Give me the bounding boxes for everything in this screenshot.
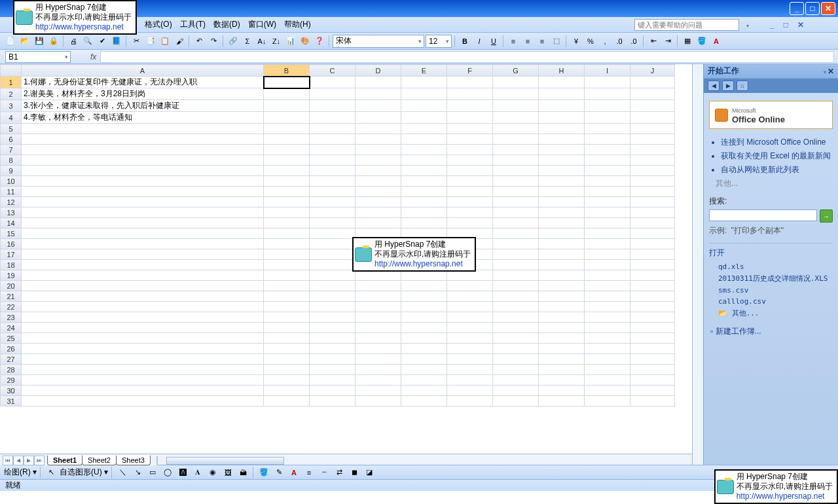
cell-J15[interactable]: [630, 228, 675, 239]
cell-A21[interactable]: [22, 291, 264, 302]
cell-G27[interactable]: [493, 354, 539, 365]
cell-G6[interactable]: [493, 134, 539, 145]
taskpane-link[interactable]: 获取有关使用 Excel 的最新新闻: [721, 149, 833, 163]
cell-I25[interactable]: [585, 333, 630, 344]
cell-J21[interactable]: [630, 291, 675, 302]
cell-A22[interactable]: [22, 302, 264, 312]
cell-C19[interactable]: [310, 270, 355, 281]
clipart-icon[interactable]: 🖼: [221, 466, 234, 479]
open-icon[interactable]: 📂: [18, 35, 31, 48]
copy-icon[interactable]: 📑: [144, 35, 157, 48]
cell-B14[interactable]: [264, 218, 310, 228]
autoshapes-menu[interactable]: 自选图形(U) ▾: [60, 467, 108, 478]
taskpane-other-link[interactable]: 其他...: [716, 177, 833, 190]
cell-F7[interactable]: [447, 145, 493, 155]
italic-button[interactable]: I: [473, 35, 486, 48]
cell-B20[interactable]: [264, 281, 310, 291]
cell-H14[interactable]: [539, 218, 585, 228]
cell-I8[interactable]: [585, 155, 630, 166]
currency-icon[interactable]: ¥: [570, 35, 583, 48]
cell-I28[interactable]: [585, 365, 630, 375]
percent-icon[interactable]: %: [584, 35, 597, 48]
cell-F4[interactable]: [447, 112, 493, 124]
sheet-nav-button[interactable]: ▶: [24, 456, 34, 465]
cell-F6[interactable]: [447, 134, 493, 145]
cell-B28[interactable]: [264, 365, 310, 375]
new-workbook-link[interactable]: 新建工作簿...: [709, 326, 833, 337]
undo-icon[interactable]: ↶: [192, 35, 206, 48]
row-header[interactable]: 12: [1, 197, 22, 207]
recent-file-link[interactable]: sms.csv: [709, 285, 833, 296]
cell-A24[interactable]: [22, 323, 264, 333]
select-all-cell[interactable]: [1, 65, 22, 77]
cell-A18[interactable]: [22, 260, 264, 270]
cell-J2[interactable]: [630, 88, 675, 100]
cell-A31[interactable]: [22, 396, 264, 406]
column-header[interactable]: B: [264, 65, 310, 77]
sort-desc-icon[interactable]: Z↓: [270, 35, 283, 48]
cell-G7[interactable]: [493, 145, 539, 155]
cell-J24[interactable]: [630, 323, 675, 333]
taskpane-search-input[interactable]: [709, 209, 817, 221]
taskpane-forward-icon[interactable]: ▶: [722, 81, 734, 91]
cell-F23[interactable]: [447, 312, 493, 323]
line-icon[interactable]: ＼: [116, 466, 129, 479]
row-header[interactable]: 31: [1, 396, 22, 406]
cell-A23[interactable]: [22, 312, 264, 323]
format-painter-icon[interactable]: 🖌: [173, 35, 186, 48]
cell-G19[interactable]: [493, 270, 539, 281]
cell-H31[interactable]: [539, 396, 585, 406]
cell-F30[interactable]: [447, 386, 493, 396]
cell-C16[interactable]: [310, 239, 355, 249]
cell-I19[interactable]: [585, 270, 630, 281]
cell-A15[interactable]: [22, 228, 264, 239]
cell-E24[interactable]: [401, 323, 447, 333]
cell-E6[interactable]: [401, 134, 447, 145]
cell-B3[interactable]: [264, 100, 310, 112]
row-header[interactable]: 20: [1, 281, 22, 291]
cell-B1[interactable]: [264, 77, 310, 88]
cell-G29[interactable]: [493, 375, 539, 386]
fill-color-icon[interactable]: 🪣: [695, 35, 708, 48]
cell-E30[interactable]: [401, 386, 447, 396]
cell-A9[interactable]: [22, 166, 264, 176]
cell-I21[interactable]: [585, 291, 630, 302]
taskpane-home-icon[interactable]: ⌂: [737, 81, 748, 91]
rectangle-icon[interactable]: ▭: [146, 466, 159, 479]
cell-B31[interactable]: [264, 396, 310, 406]
cell-J30[interactable]: [630, 386, 675, 396]
oval-icon[interactable]: ◯: [161, 466, 174, 479]
cell-G4[interactable]: [493, 112, 539, 124]
row-header[interactable]: 15: [1, 228, 22, 239]
research-icon[interactable]: 📘: [110, 35, 123, 48]
picture-icon[interactable]: 🏔: [236, 466, 249, 479]
column-header[interactable]: J: [630, 65, 675, 77]
cut-icon[interactable]: ✂: [130, 35, 143, 48]
cell-J11[interactable]: [630, 187, 675, 197]
cell-J26[interactable]: [630, 344, 675, 354]
font-name-select[interactable]: 宋体: [333, 35, 424, 48]
cell-B13[interactable]: [264, 207, 310, 218]
cell-H4[interactable]: [539, 112, 585, 124]
cell-E23[interactable]: [401, 312, 447, 323]
cell-F25[interactable]: [447, 333, 493, 344]
cell-H8[interactable]: [539, 155, 585, 166]
row-header[interactable]: 23: [1, 312, 22, 323]
taskpane-link[interactable]: 自动从网站更新此列表: [721, 163, 833, 177]
cell-B24[interactable]: [264, 323, 310, 333]
cell-E12[interactable]: [401, 197, 447, 207]
cell-A5[interactable]: [22, 124, 264, 134]
cell-D20[interactable]: [355, 281, 401, 291]
row-header[interactable]: 9: [1, 166, 22, 176]
cell-B7[interactable]: [264, 145, 310, 155]
cell-C22[interactable]: [310, 302, 355, 312]
cell-C10[interactable]: [310, 176, 355, 187]
cell-B5[interactable]: [264, 124, 310, 134]
underline-button[interactable]: U: [487, 35, 500, 48]
inc-decimal-icon[interactable]: .0: [613, 35, 626, 48]
cell-E9[interactable]: [401, 166, 447, 176]
column-header[interactable]: D: [355, 65, 401, 77]
menu-data[interactable]: 数据(D): [210, 18, 244, 31]
cell-E20[interactable]: [401, 281, 447, 291]
cell-D22[interactable]: [355, 302, 401, 312]
